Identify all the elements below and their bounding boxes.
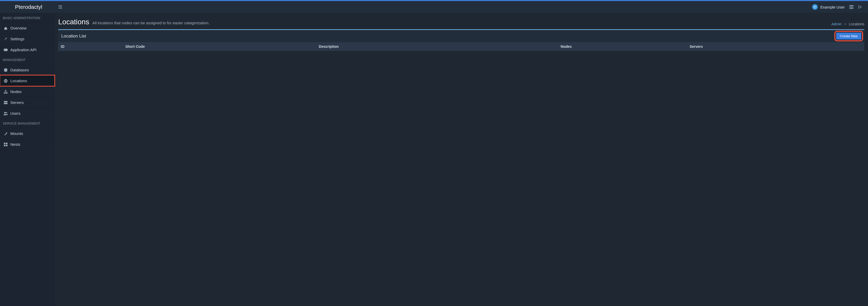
panel-header: Location List Create New: [58, 30, 864, 42]
svg-rect-17: [4, 143, 5, 144]
svg-rect-2: [815, 6, 815, 7]
sidebar-item-mounts[interactable]: Mounts: [0, 128, 55, 139]
sidebar-item-databases[interactable]: Databases: [0, 64, 55, 75]
column-id: ID: [58, 42, 123, 51]
column-description: Description: [316, 42, 558, 51]
sidebar-section-header: BASIC ADMINISTRATION: [0, 13, 55, 23]
sidebar-item-overview[interactable]: Overview: [0, 23, 55, 33]
page-title: Locations: [58, 18, 89, 26]
wrench-icon: [4, 37, 8, 41]
svg-rect-11: [5, 93, 6, 94]
svg-rect-6: [4, 48, 8, 51]
svg-rect-18: [6, 143, 7, 144]
user-menu[interactable]: Example User: [812, 4, 845, 10]
sidebar-item-label: Users: [10, 111, 21, 115]
svg-rect-4: [849, 7, 854, 7]
column-nodes: Nodes: [558, 42, 687, 51]
server-icon: [4, 101, 8, 104]
magic-icon: [4, 132, 8, 135]
sidebar-item-users[interactable]: Users: [0, 108, 55, 118]
svg-point-15: [4, 112, 6, 113]
svg-point-16: [6, 112, 7, 113]
svg-rect-9: [5, 90, 6, 91]
th-large-icon: [4, 143, 8, 146]
sidebar-item-application-api[interactable]: Application API: [0, 44, 55, 55]
page-subtitle: All locations that nodes can be assigned…: [92, 21, 210, 25]
sidebar-item-label: Servers: [10, 100, 24, 105]
username-label: Example User: [820, 5, 845, 9]
header: Pterodactyl Example User: [0, 1, 868, 13]
breadcrumb: Admin > Locations: [831, 22, 864, 26]
location-list-panel: Location List Create New ID Short Code D…: [58, 29, 864, 51]
sidebar-item-label: Application API: [10, 47, 36, 52]
sidebar-item-label: Nests: [10, 142, 20, 146]
sidebar-item-label: Databases: [10, 68, 29, 72]
svg-rect-12: [6, 93, 7, 94]
sidebar-item-nests[interactable]: Nests: [0, 139, 55, 150]
sign-out-icon[interactable]: [858, 5, 862, 9]
database-icon: [4, 68, 8, 72]
brand-label[interactable]: Pterodactyl: [15, 4, 42, 10]
sidebar-toggle[interactable]: [55, 1, 66, 13]
breadcrumb-current: Locations: [849, 22, 864, 26]
sidebar-item-settings[interactable]: Settings: [0, 33, 55, 44]
main-content: Locations All locations that nodes can b…: [55, 13, 868, 306]
menu-icon: [59, 5, 62, 8]
sidebar-section-header: MANAGEMENT: [0, 55, 55, 64]
svg-rect-14: [4, 103, 7, 104]
column-servers: Servers: [687, 42, 864, 51]
home-icon: [4, 26, 8, 30]
page-header: Locations All locations that nodes can b…: [58, 16, 864, 29]
svg-rect-20: [6, 145, 7, 146]
sidebar-item-label: Overview: [10, 26, 27, 30]
sidebar-item-locations[interactable]: Locations: [0, 75, 55, 86]
panel-title: Location List: [61, 34, 86, 39]
sitemap-icon: [4, 90, 8, 94]
breadcrumb-separator: >: [844, 22, 846, 26]
sidebar-item-nodes[interactable]: Nodes: [0, 86, 55, 97]
sidebar: BASIC ADMINISTRATION Overview Settings A…: [0, 13, 55, 306]
column-short-code: Short Code: [123, 42, 316, 51]
create-new-button[interactable]: Create New: [836, 33, 861, 39]
svg-rect-19: [4, 145, 5, 146]
page-title-wrap: Locations All locations that nodes can b…: [58, 18, 209, 26]
gamepad-icon: [4, 48, 8, 51]
sidebar-item-label: Settings: [10, 37, 24, 41]
users-icon: [4, 112, 8, 115]
svg-rect-3: [849, 5, 854, 6]
sidebar-item-label: Locations: [10, 78, 27, 83]
breadcrumb-root[interactable]: Admin: [831, 22, 842, 26]
sidebar-item-label: Nodes: [10, 90, 22, 94]
svg-rect-13: [4, 101, 7, 102]
sidebar-item-label: Mounts: [10, 131, 23, 136]
avatar: [812, 4, 818, 10]
layers-icon[interactable]: [849, 5, 854, 9]
brand-area: Pterodactyl: [0, 1, 55, 13]
svg-rect-5: [849, 8, 854, 9]
sidebar-item-servers[interactable]: Servers: [0, 97, 55, 108]
sidebar-section-header: SERVICE MANAGEMENT: [0, 118, 55, 128]
locations-table: ID Short Code Description Nodes Servers: [58, 42, 864, 51]
svg-rect-10: [4, 93, 5, 94]
globe-icon: [4, 79, 8, 83]
header-right: Example User: [812, 1, 868, 13]
table-header-row: ID Short Code Description Nodes Servers: [58, 42, 864, 51]
